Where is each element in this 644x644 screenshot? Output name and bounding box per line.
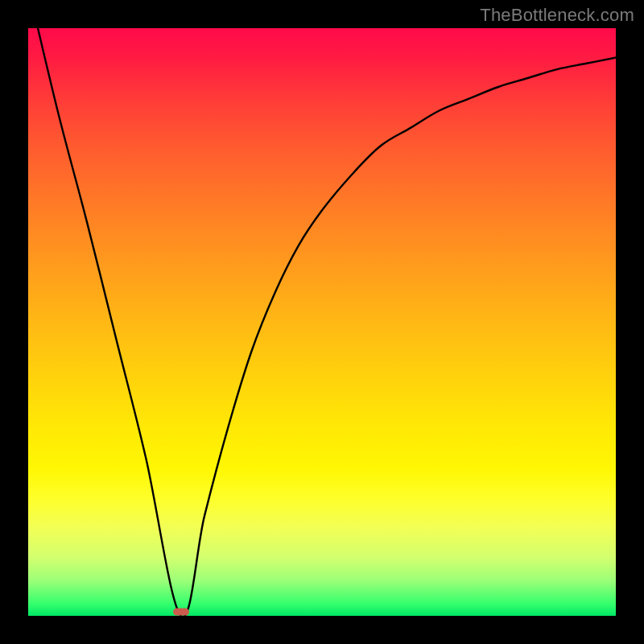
watermark-text: TheBottleneck.com [480, 5, 634, 26]
bottleneck-curve [28, 28, 616, 616]
optimal-point-marker [173, 609, 189, 616]
plot-area [28, 28, 616, 616]
chart-frame: TheBottleneck.com [0, 0, 644, 644]
